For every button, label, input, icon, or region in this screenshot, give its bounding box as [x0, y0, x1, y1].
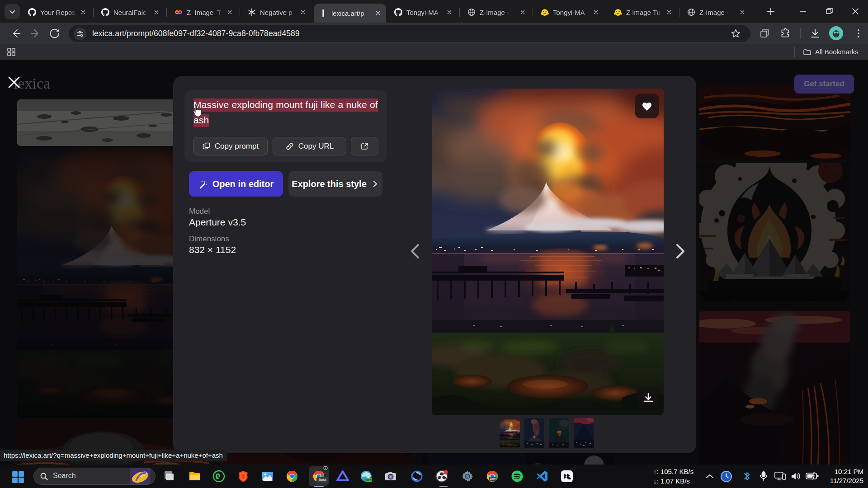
svg-text:Dev: Dev — [490, 477, 496, 480]
svg-text:DEV: DEV — [366, 479, 373, 482]
